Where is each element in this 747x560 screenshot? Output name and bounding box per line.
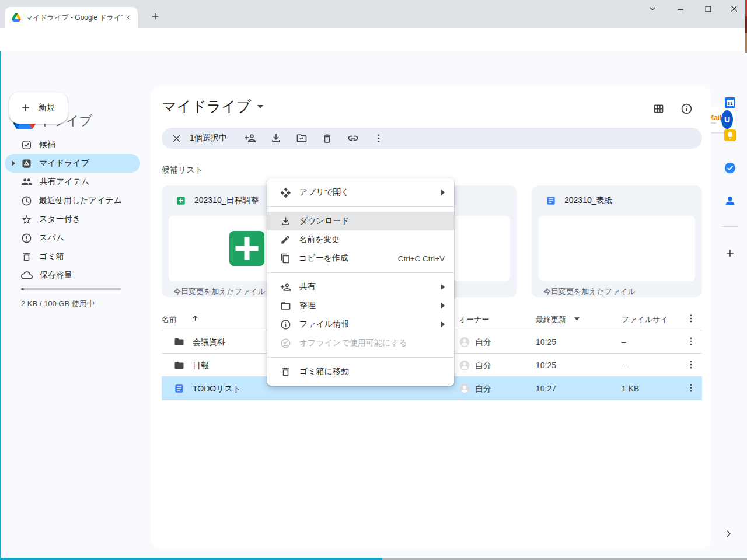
selection-toolbar: 1個選択中: [162, 128, 702, 149]
file-card-cover[interactable]: 202310_表紙 今日変更を加えたファイル: [532, 186, 702, 298]
clock-icon: [21, 195, 32, 206]
open-with-icon: [280, 187, 291, 198]
menu-divider: [267, 206, 454, 207]
selection-count: 1個選択中: [190, 133, 227, 144]
row-kebab-icon[interactable]: [686, 336, 696, 346]
new-button-label: 新規: [39, 103, 55, 113]
new-tab-button[interactable]: [148, 9, 162, 23]
share-person-add-icon[interactable]: [245, 132, 256, 144]
expand-caret-icon[interactable]: [12, 160, 15, 166]
copy-icon: [280, 253, 291, 264]
menu-item-organize[interactable]: 整理: [267, 296, 454, 315]
page-title-dropdown[interactable]: マイドライブ: [162, 97, 263, 116]
file-size: 1 KB: [622, 384, 639, 393]
window-close-button[interactable]: [727, 2, 741, 16]
file-modified: 10:25: [536, 337, 556, 346]
submenu-arrow-icon: [441, 190, 445, 195]
move-to-folder-icon[interactable]: [296, 132, 308, 144]
rename-pencil-icon: [280, 235, 291, 245]
menu-divider: [267, 272, 454, 273]
menu-item-share[interactable]: 共有: [267, 278, 454, 296]
sidebar-item-recent[interactable]: 最近使用したアイテム: [5, 191, 140, 210]
star-icon: [21, 214, 32, 225]
browser-tab[interactable]: マイドライブ - Google ドライブ: [5, 7, 138, 28]
menu-item-rename[interactable]: 名前を変更: [267, 230, 454, 249]
sidebar-item-shared[interactable]: 共有アイテム: [5, 173, 140, 191]
column-options-kebab-icon[interactable]: [686, 313, 696, 324]
submenu-arrow-icon: [441, 303, 445, 309]
sheets-file-icon: [176, 195, 186, 206]
share-person-add-icon: [280, 282, 291, 293]
row-kebab-icon[interactable]: [686, 383, 696, 393]
trash-icon: [21, 251, 32, 262]
svg-text:31: 31: [728, 101, 733, 106]
clear-selection-icon[interactable]: [171, 133, 181, 144]
row-kebab-icon[interactable]: [686, 359, 696, 370]
folder-outline-icon: [280, 300, 291, 312]
menu-item-offline: オフラインで使用可能にする: [267, 334, 454, 352]
add-addon-plus-icon[interactable]: [723, 246, 737, 260]
sidebar-item-label: スパム: [39, 233, 64, 243]
sidebar-item-suggested[interactable]: 候補: [5, 135, 140, 154]
file-size: –: [622, 360, 626, 370]
sidebar-item-label: ゴミ箱: [39, 251, 64, 262]
menu-item-file-info[interactable]: ファイル情報: [267, 315, 454, 334]
docs-file-icon: [546, 195, 556, 206]
trash-icon[interactable]: [322, 132, 333, 144]
sidebar-item-label: 保存容量: [40, 270, 72, 281]
file-owner: 自分: [475, 337, 491, 348]
menu-item-open-with[interactable]: アプリで開く: [267, 183, 454, 202]
offline-pin-icon: [280, 338, 291, 349]
my-drive-icon: [21, 158, 32, 169]
expand-panel-chevron-icon[interactable]: [721, 527, 735, 541]
account-avatar[interactable]: U: [721, 110, 733, 129]
contacts-icon[interactable]: [723, 194, 737, 208]
tasks-icon[interactable]: [723, 161, 737, 175]
menu-item-download[interactable]: ダウンロード: [267, 212, 454, 230]
spam-icon: [21, 233, 32, 244]
storage-usage-text: 2 KB / 100 GB 使用中: [21, 299, 95, 309]
sort-ascending-icon[interactable]: [191, 314, 200, 323]
context-menu: アプリで開く ダウンロード 名前を変更 コピーを作成 Ctrl+C Ctrl+V: [267, 178, 454, 386]
rail-divider: [722, 226, 738, 227]
file-name: 会議資料: [193, 337, 225, 348]
more-actions-kebab-icon[interactable]: [373, 132, 385, 144]
tab-close-icon[interactable]: [123, 12, 133, 23]
drive-header: ドライブ ECCS Cloud Mail: [0, 51, 747, 86]
sidebar-item-spam[interactable]: スパム: [5, 229, 140, 247]
chevron-down-icon: [257, 105, 263, 108]
suggested-icon: [21, 139, 32, 150]
sidebar-item-label: 共有アイテム: [40, 177, 89, 187]
page-title: マイドライブ: [162, 97, 252, 116]
copy-link-icon[interactable]: [347, 132, 359, 144]
sidebar-item-starred[interactable]: スター付き: [5, 210, 140, 229]
sidebar-item-storage[interactable]: 保存容量: [5, 266, 140, 285]
window-menu-chevron-icon[interactable]: [645, 2, 659, 16]
sidebar-item-trash[interactable]: ゴミ箱: [5, 247, 140, 266]
details-info-icon[interactable]: [679, 102, 693, 116]
column-header-owner[interactable]: オーナー: [459, 314, 490, 325]
calendar-icon[interactable]: 31: [723, 96, 737, 110]
window-titlebar: マイドライブ - Google ドライブ: [0, 0, 747, 28]
column-header-modified[interactable]: 最終更新: [536, 314, 566, 325]
download-icon[interactable]: [270, 132, 282, 144]
sidebar-item-label: 候補: [39, 139, 55, 150]
screen-edge-bottom-gray: [382, 558, 747, 560]
download-icon: [280, 216, 291, 227]
window-minimize-button[interactable]: [673, 2, 687, 16]
sidebar-item-label: マイドライブ: [39, 158, 89, 169]
sidebar-item-my-drive[interactable]: マイドライブ: [5, 154, 140, 173]
menu-item-make-copy[interactable]: コピーを作成 Ctrl+C Ctrl+V: [267, 249, 454, 268]
file-name: 日報: [193, 360, 209, 371]
file-owner: 自分: [475, 360, 491, 371]
keep-icon[interactable]: [723, 128, 737, 142]
column-header-name[interactable]: 名前: [162, 314, 177, 325]
column-header-size[interactable]: ファイルサイ: [622, 314, 668, 325]
column-dropdown-icon[interactable]: [574, 317, 580, 321]
card-file-name: 202310_日程調整: [194, 195, 259, 206]
window-maximize-button[interactable]: [701, 2, 715, 16]
new-button[interactable]: 新規: [9, 92, 68, 124]
grid-view-toggle-icon[interactable]: [651, 102, 665, 116]
people-icon: [21, 176, 33, 188]
menu-item-move-to-trash[interactable]: ゴミ箱に移動: [267, 362, 454, 381]
